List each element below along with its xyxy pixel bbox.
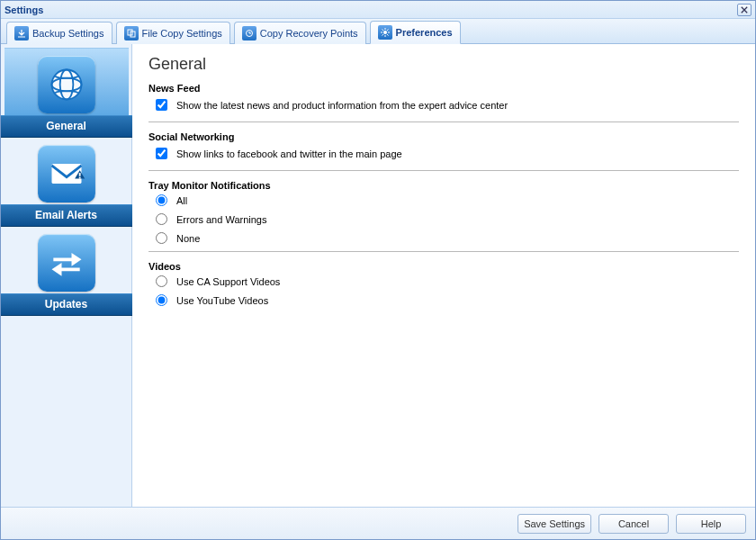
page-title: General — [148, 55, 739, 74]
close-icon — [741, 6, 748, 14]
mail-alert-icon — [38, 145, 95, 202]
newsfeed-checkbox[interactable] — [156, 99, 167, 111]
videos-option-label: Use YouTube Videos — [176, 295, 268, 306]
section-title-tray: Tray Monitor Notifications — [148, 180, 739, 191]
tab-label: File Copy Settings — [142, 28, 222, 39]
sidebar-item-label: Email Alerts — [1, 204, 132, 227]
sidebar: General Email Alerts Updates — [1, 44, 132, 507]
save-button[interactable]: Save Settings — [518, 514, 591, 534]
tab-copy-recovery-points[interactable]: Copy Recovery Points — [234, 22, 366, 44]
footer: Save Settings Cancel Help — [1, 507, 755, 539]
tab-backup-settings[interactable]: Backup Settings — [6, 22, 112, 44]
sidebar-item-email-alerts[interactable]: Email Alerts — [1, 138, 131, 227]
sidebar-item-label: Updates — [1, 293, 132, 316]
section-title-social: Social Networking — [148, 131, 739, 142]
videos-radio-ca[interactable] — [156, 275, 167, 287]
divider — [148, 251, 739, 252]
globe-icon — [38, 56, 95, 113]
svg-rect-10 — [78, 177, 80, 179]
backup-icon — [14, 26, 29, 40]
title-bar: Settings — [1, 1, 755, 19]
arrows-icon — [38, 234, 95, 292]
preferences-icon — [378, 25, 392, 40]
social-label: Show links to facebook and twitter in th… — [176, 148, 402, 159]
newsfeed-label: Show the latest news and product informa… — [176, 100, 508, 111]
svg-rect-9 — [78, 173, 80, 176]
recovery-icon — [242, 26, 256, 40]
tray-radio-none[interactable] — [156, 232, 167, 244]
tab-label: Preferences — [396, 27, 453, 38]
window-title: Settings — [4, 4, 43, 15]
help-button[interactable]: Help — [676, 514, 746, 534]
videos-radio-youtube[interactable] — [156, 294, 167, 306]
close-button[interactable] — [737, 4, 752, 16]
section-title-newsfeed: News Feed — [148, 83, 739, 94]
divider — [148, 170, 739, 171]
tray-radio-all[interactable] — [156, 194, 167, 206]
sidebar-item-general[interactable]: General — [1, 48, 131, 138]
divider — [148, 122, 739, 122]
svg-point-3 — [383, 31, 387, 34]
tray-radio-errors[interactable] — [156, 213, 167, 225]
sidebar-item-label: General — [1, 115, 132, 138]
tab-label: Backup Settings — [32, 28, 104, 39]
file-copy-icon — [124, 26, 139, 40]
tab-preferences[interactable]: Preferences — [370, 21, 461, 44]
content-pane: General News Feed Show the latest news a… — [132, 44, 755, 507]
videos-option-label: Use CA Support Videos — [176, 276, 280, 287]
tray-option-label: Errors and Warnings — [176, 214, 266, 225]
tray-option-label: None — [176, 233, 200, 244]
tab-strip: Backup Settings File Copy Settings Copy … — [1, 19, 755, 44]
tray-option-label: All — [176, 195, 187, 206]
sidebar-item-updates[interactable]: Updates — [1, 227, 131, 316]
social-checkbox[interactable] — [156, 148, 167, 159]
svg-rect-8 — [51, 164, 81, 184]
tab-label: Copy Recovery Points — [260, 28, 358, 39]
tab-file-copy-settings[interactable]: File Copy Settings — [116, 22, 230, 44]
cancel-button[interactable]: Cancel — [598, 514, 669, 534]
section-title-videos: Videos — [148, 261, 739, 272]
